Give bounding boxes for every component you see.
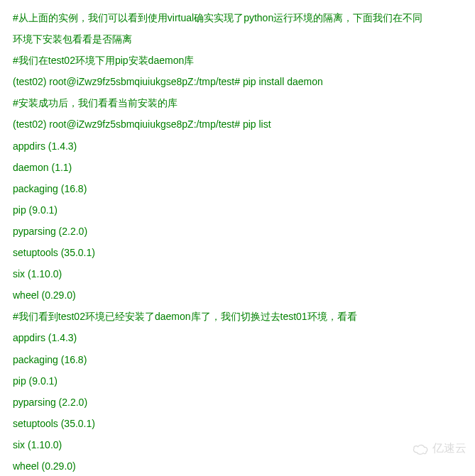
code-line: pip (9.0.1) [13,199,462,221]
code-line: daemon (1.1) [13,157,462,178]
code-line: (test02) root@iZwz9fz5sbmqiuiukgse8pZ:/t… [13,71,462,92]
code-line: six (1.10.0) [13,434,462,455]
code-line: wheel (0.29.0) [13,284,462,306]
code-line: packaging (16.8) [13,349,462,370]
code-line: #我们看到test02环境已经安装了daemon库了，我们切换过去test01环… [13,306,462,327]
code-line: #从上面的实例，我们可以看到使用virtual确实实现了python运行环境的隔… [13,7,462,28]
code-line: #我们在test02环境下用pip安装daemon库 [13,50,462,71]
code-line: setuptools (35.0.1) [13,413,462,434]
code-line: appdirs (1.4.3) [13,327,462,348]
code-block: #从上面的实例，我们可以看到使用virtual确实实现了python运行环境的隔… [13,7,462,476]
code-line: (test02) root@iZwz9fz5sbmqiuiukgse8pZ:/t… [13,114,462,135]
code-line: 环境下安装包看看是否隔离 [13,28,462,50]
code-line: pip (9.0.1) [13,370,462,392]
code-line: appdirs (1.4.3) [13,135,462,157]
code-line: wheel (0.29.0) [13,455,462,476]
code-line: pyparsing (2.2.0) [13,392,462,413]
code-line: pyparsing (2.2.0) [13,221,462,242]
code-line: six (1.10.0) [13,263,462,284]
code-line: packaging (16.8) [13,178,462,199]
code-line: #安装成功后，我们看看当前安装的库 [13,92,462,114]
code-line: setuptools (35.0.1) [13,242,462,263]
